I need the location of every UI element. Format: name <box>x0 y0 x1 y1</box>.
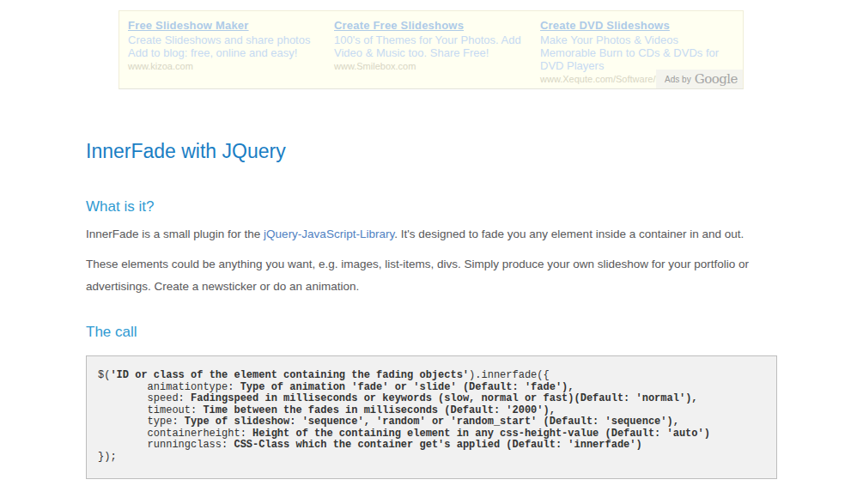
page-title: InnerFade with JQuery <box>86 139 777 163</box>
ad-unit: Create Free Slideshows100's of Themes fo… <box>325 11 532 88</box>
ad-description: Create Slideshows and share photos Add t… <box>128 33 320 59</box>
code-segment: speed: <box>98 392 191 404</box>
code-segment: animationtype: <box>98 381 240 393</box>
code-segment-bold: 'ID or class of the element containing t… <box>110 369 469 381</box>
code-segment-bold: Fadingspeed in milliseconds or keywords … <box>191 392 698 404</box>
ad-description: 100's of Themes for Your Photos. Add Vid… <box>334 33 526 59</box>
section-heading-the-call: The call <box>86 323 777 341</box>
jquery-library-link[interactable]: jQuery-JavaScript-Library <box>264 228 394 240</box>
code-segment: runningclass: <box>98 439 234 451</box>
ad-banner-ads: Free Slideshow MakerCreate Slideshows an… <box>119 11 743 88</box>
code-segment: type: <box>98 416 185 428</box>
ad-description: Make Your Photos & Videos Memorable Burn… <box>540 33 732 72</box>
code-segment: ).innerfade({ <box>469 369 550 381</box>
ads-by-label: Ads by <box>665 75 691 84</box>
intro-text-before: InnerFade is a small plugin for the <box>86 228 264 240</box>
ad-title-link[interactable]: Free Slideshow Maker <box>128 19 249 32</box>
main-content: InnerFade with JQuery What is it? InnerF… <box>86 139 777 479</box>
code-segment-bold: Time between the fades in milliseconds (… <box>203 404 555 416</box>
code-segment: $( <box>98 369 110 381</box>
section-heading-what-is-it: What is it? <box>86 197 777 216</box>
intro-text-after: . It's designed to fade you any element … <box>394 228 744 240</box>
code-segment-bold: CSS-Class which the container get's appl… <box>234 439 641 451</box>
ad-banner: Free Slideshow MakerCreate Slideshows an… <box>119 10 744 89</box>
google-logo: Google <box>695 71 738 87</box>
ads-by-google-badge[interactable]: Ads by Google <box>656 70 743 88</box>
code-segment-bold: Type of slideshow: 'sequence', 'random' … <box>185 416 679 428</box>
code-segment: containerheight: <box>98 428 252 440</box>
ad-display-url: www.Smilebox.com <box>334 61 526 71</box>
intro-paragraph: InnerFade is a small plugin for the jQue… <box>86 223 777 246</box>
code-block: $('ID or class of the element containing… <box>86 355 777 479</box>
code-segment-bold: Type of animation 'fade' or 'slide' (Def… <box>240 381 574 393</box>
code-segment: timeout: <box>98 404 203 416</box>
code-segment: }); <box>98 451 117 463</box>
ad-display-url: www.kizoa.com <box>128 61 320 71</box>
ad-title-link[interactable]: Create DVD Slideshows <box>540 19 670 32</box>
code-segment-bold: Height of the containing element in any … <box>252 428 710 440</box>
ad-unit: Free Slideshow MakerCreate Slideshows an… <box>119 11 325 88</box>
ad-title-link[interactable]: Create Free Slideshows <box>334 19 464 32</box>
description-paragraph: These elements could be anything you wan… <box>86 253 777 298</box>
